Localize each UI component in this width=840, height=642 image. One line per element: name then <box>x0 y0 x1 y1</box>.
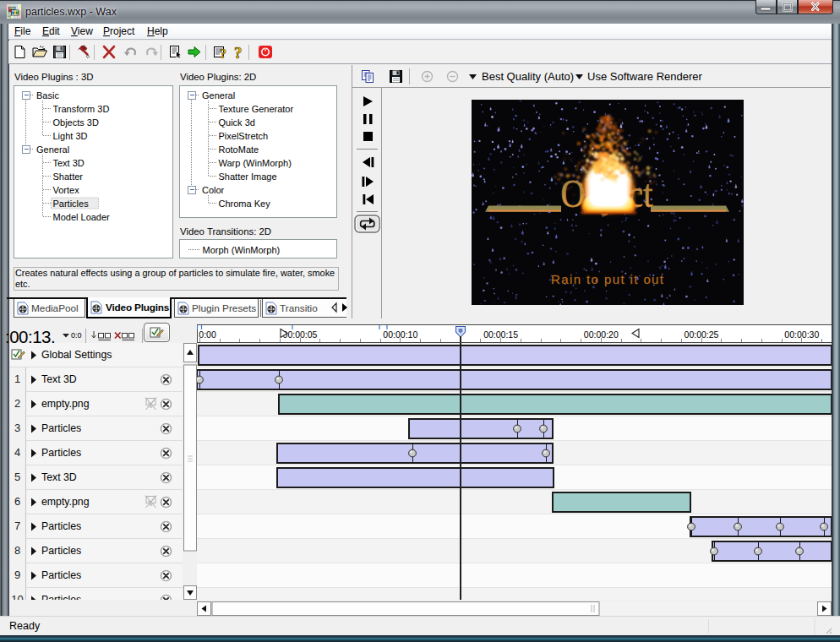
svg-text:?: ? <box>234 45 243 59</box>
svg-text:Shatter: Shatter <box>53 171 84 182</box>
svg-text:Light 3D: Light 3D <box>53 131 88 141</box>
svg-text:0:0: 0:0 <box>71 331 82 340</box>
svg-text:General: General <box>36 144 69 155</box>
svg-text:00:00:30: 00:00:30 <box>784 329 819 340</box>
svg-text:00:00:20: 00:00:20 <box>584 329 619 340</box>
svg-text:00:00:25: 00:00:25 <box>685 329 719 340</box>
svg-text:General: General <box>202 90 235 101</box>
svg-text:Chroma Key: Chroma Key <box>219 199 271 209</box>
svg-text:Transform 3D: Transform 3D <box>53 104 110 114</box>
svg-text:Basic: Basic <box>36 90 59 101</box>
svg-text:00:00:05: 00:00:05 <box>283 329 318 340</box>
svg-text:Quick 3d: Quick 3d <box>219 117 255 128</box>
svg-text:Morph (WinMorph): Morph (WinMorph) <box>203 245 281 255</box>
svg-text:Warp (WinMorph): Warp (WinMorph) <box>219 158 292 168</box>
svg-text:Particles: Particles <box>53 199 90 209</box>
svg-text:Model Loader: Model Loader <box>53 212 111 222</box>
svg-text:Vortex: Vortex <box>53 185 80 195</box>
svg-text:Text 3D: Text 3D <box>53 158 85 168</box>
svg-text:Texture Generator: Texture Generator <box>219 104 294 114</box>
svg-text:Objects 3D: Objects 3D <box>53 117 99 128</box>
svg-text:Color: Color <box>202 185 225 195</box>
svg-text:0:00: 0:00 <box>199 329 216 340</box>
svg-text:PixelStretch: PixelStretch <box>219 131 269 141</box>
svg-text:Rain to put it out: Rain to put it out <box>551 272 664 286</box>
svg-text:00:00:10: 00:00:10 <box>383 329 417 340</box>
svg-text:?: ? <box>220 46 226 60</box>
svg-text:Shatter Image: Shatter Image <box>219 171 277 182</box>
svg-text:00:00:15: 00:00:15 <box>483 329 518 340</box>
svg-text:RotoMate: RotoMate <box>219 144 259 155</box>
